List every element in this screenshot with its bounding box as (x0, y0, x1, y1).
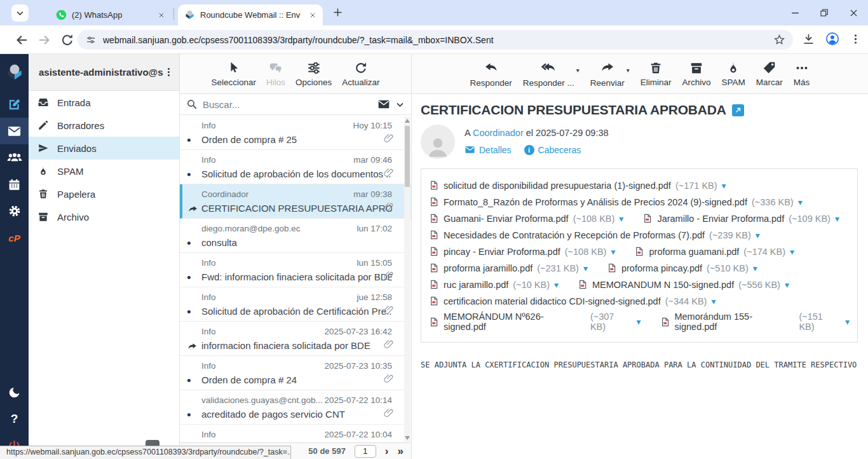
message-row[interactable]: InfoHoy 10:15 Orden de compra # 25 (180, 116, 411, 150)
unread-dot-icon[interactable] (187, 170, 198, 181)
attachment-menu-caret-icon[interactable] (756, 230, 760, 240)
attachment-name[interactable]: proforma pincay.pdf (621, 263, 702, 273)
forward-caret-icon[interactable]: ▾ (627, 67, 630, 74)
attachment-menu-caret-icon[interactable] (619, 214, 623, 224)
new-tab-icon[interactable] (332, 6, 344, 18)
folder-item-spam[interactable]: SPAM (29, 160, 179, 182)
message-row[interactable]: Infomar 09:46 Solicitud de aprobación de… (180, 150, 411, 184)
attachment-item[interactable]: proforma guamani.pdf(~174 KB) (634, 245, 794, 257)
attachment-name[interactable]: Necesidades de Contratación y Recepción … (444, 230, 705, 240)
attachment-name[interactable]: Formato_8_Razón de Proformas y Análisis … (444, 197, 747, 207)
attachment-name[interactable]: solicitud de disponibilidad presupuestar… (444, 181, 671, 191)
rail-mail-button[interactable] (0, 118, 29, 144)
attachment-name[interactable]: proforma jaramillo.pdf (444, 263, 532, 273)
profile-icon[interactable] (825, 32, 839, 46)
url-text[interactable]: webmail.sanjuan.gob.ec/cpsess7001108393/… (103, 35, 768, 45)
unread-dot-icon[interactable] (187, 410, 198, 421)
page-input[interactable] (355, 445, 376, 458)
tab-roundcube[interactable]: Roundcube Webmail :: Enviados (178, 4, 323, 25)
bookmark-star-icon[interactable] (773, 34, 785, 46)
tab-whatsapp[interactable]: (2) WhatsApp (50, 4, 172, 25)
reply-all-button[interactable]: Responder ... (523, 60, 574, 88)
attachment-item[interactable]: proforma jaramillo.pdf(~231 KB) (429, 262, 588, 274)
forward-icon[interactable] (37, 32, 52, 48)
attachment-menu-caret-icon[interactable] (583, 263, 588, 273)
attachment-item[interactable]: MEMORÁNDUM Nº626-signed.pdf(~307 KB) (429, 312, 641, 332)
attachment-menu-caret-icon[interactable] (845, 317, 850, 327)
unread-dot-icon[interactable] (187, 135, 198, 146)
archive-button[interactable]: Archivo (682, 61, 711, 87)
attachment-menu-caret-icon[interactable] (753, 263, 757, 273)
attachment-item[interactable]: proforma pincay.pdf(~510 KB) (607, 262, 757, 274)
rail-help-button[interactable]: ? (0, 406, 29, 432)
attachment-menu-caret-icon[interactable] (636, 317, 641, 327)
reply-all-caret-icon[interactable]: ▾ (576, 67, 580, 74)
forwarded-flag-icon[interactable] (187, 341, 198, 352)
message-row[interactable]: Info2025-07-23 10:35 Orden de compra # 2… (180, 356, 411, 390)
attachment-menu-caret-icon[interactable] (711, 296, 715, 306)
headers-link[interactable]: iCabeceras (524, 145, 581, 155)
unread-dot-icon[interactable] (187, 307, 198, 318)
unread-dot-icon[interactable] (187, 376, 198, 387)
attachment-item[interactable]: pincay - Enviar Proforma.pdf(~108 KB) (429, 245, 615, 257)
address-bar[interactable]: webmail.sanjuan.gob.ec/cpsess7001108393/… (78, 30, 793, 50)
forwarded-flag-icon[interactable] (187, 204, 198, 215)
attachment-name[interactable]: pincay - Enviar Proforma.pdf (444, 247, 560, 257)
attachment-menu-caret-icon[interactable] (722, 181, 726, 191)
recipient-link[interactable]: Coordinador (473, 128, 524, 138)
message-row[interactable]: Infolun 15:05 Fwd: informacion finaciera… (180, 253, 411, 287)
rail-settings-button[interactable] (0, 198, 29, 224)
details-link[interactable]: Detalles (465, 144, 512, 155)
refresh-button[interactable]: Actualizar (342, 61, 379, 87)
attachment-item[interactable]: Guamani- Enviar Proforma.pdf(~108 KB) (429, 212, 623, 224)
reload-icon[interactable] (60, 32, 75, 48)
attachment-item[interactable]: certificacion material didactico CDI-sig… (429, 295, 715, 307)
attachment-item[interactable]: ruc jaramillo.pdf(~10 KB) (429, 278, 559, 291)
attachment-item[interactable]: MEMORANDUM N 150-signed.pdf(~556 KB) (578, 278, 789, 291)
unread-dot-icon[interactable] (187, 238, 198, 249)
attachment-name[interactable]: MEMORANDUM N 150-signed.pdf (592, 280, 734, 290)
attachment-item[interactable]: Memorándum 155-signed.pdf(~151 KB) (660, 312, 850, 332)
attachment-name[interactable]: Guamani- Enviar Proforma.pdf (444, 214, 569, 224)
folder-item-entrada[interactable]: Entrada (29, 91, 179, 114)
scrollbar-thumb[interactable] (405, 126, 410, 187)
folder-item-papelera[interactable]: Papelera (29, 182, 179, 205)
attachment-menu-caret-icon[interactable] (554, 280, 559, 290)
threads-button[interactable]: Hilos (266, 61, 285, 87)
unread-dot-icon[interactable] (187, 273, 198, 284)
attachment-name[interactable]: ruc jaramillo.pdf (444, 280, 508, 290)
rail-darkmode-button[interactable] (0, 379, 29, 406)
account-header[interactable]: asistente-administrativo@sa... (29, 54, 179, 91)
folder-item-archivo[interactable]: Archivo (29, 205, 179, 228)
roundcube-logo[interactable] (0, 54, 29, 91)
attachment-menu-caret-icon[interactable] (785, 280, 789, 290)
reply-button[interactable]: Responder (470, 60, 512, 88)
spam-button[interactable]: SPAM (722, 61, 745, 87)
message-row[interactable]: Info2025-07-22 10:04 (180, 425, 411, 442)
site-settings-icon[interactable] (85, 34, 97, 46)
back-icon[interactable] (14, 32, 29, 48)
open-in-new-window-button[interactable] (732, 104, 744, 116)
window-restore-button[interactable] (810, 0, 839, 25)
folder-item-borradores[interactable]: Borradores (29, 114, 179, 137)
scroll-up-arrow[interactable] (405, 119, 410, 123)
message-row[interactable]: validaciones.guayas@cnt.gob...2025-07-22… (180, 390, 411, 425)
search-input[interactable] (203, 99, 372, 110)
message-row[interactable]: Info2025-07-23 16:42 informacion finacie… (180, 322, 411, 356)
mark-button[interactable]: Marcar (756, 61, 783, 87)
attachment-name[interactable]: Memorándum 155-signed.pdf (674, 312, 794, 332)
rail-contacts-button[interactable] (0, 144, 29, 171)
rail-calendar-button[interactable] (0, 171, 29, 198)
last-page-button[interactable] (398, 446, 403, 456)
forward-button[interactable]: Reenviar (590, 60, 625, 88)
attachment-menu-caret-icon[interactable] (611, 247, 615, 257)
list-scrollbar[interactable] (404, 117, 410, 442)
attachment-item[interactable]: Jaramillo - Enviar Proforma.pdf(~109 KB) (642, 212, 839, 224)
close-tab-icon[interactable] (309, 11, 316, 19)
attachment-menu-caret-icon[interactable] (835, 214, 839, 224)
rail-compose-button[interactable] (0, 91, 29, 118)
attachment-name[interactable]: proforma guamani.pdf (649, 247, 739, 257)
window-close-button[interactable] (839, 0, 868, 25)
attachment-menu-caret-icon[interactable] (798, 197, 803, 207)
more-button[interactable]: Más (794, 61, 810, 87)
